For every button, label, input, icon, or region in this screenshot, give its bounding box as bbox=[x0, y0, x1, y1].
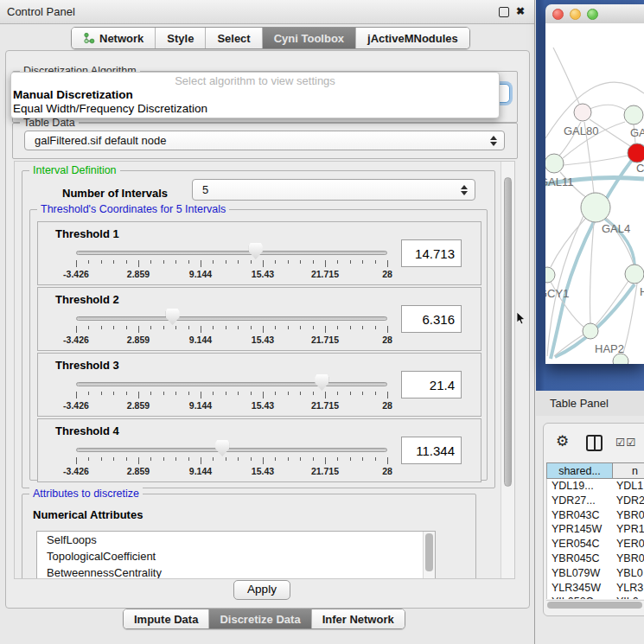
cell-name[interactable]: YBR0 bbox=[614, 552, 644, 566]
tab-cyni-toolbox[interactable]: Cyni Toolbox bbox=[263, 28, 356, 48]
select-columns-icon[interactable]: ☑☑ bbox=[615, 436, 636, 449]
cell-name[interactable]: YBR0 bbox=[614, 508, 644, 523]
threshold-value-field[interactable]: 21.4 bbox=[401, 371, 462, 399]
cell-shared-name[interactable]: YBR043C bbox=[547, 508, 614, 523]
network-node[interactable] bbox=[545, 267, 555, 283]
tick-mark bbox=[138, 457, 139, 464]
tab-discretize-data[interactable]: Discretize Data bbox=[209, 609, 311, 628]
settings-scrollbar[interactable] bbox=[501, 162, 514, 578]
cell-name[interactable]: YER0 bbox=[614, 537, 644, 552]
threshold-box: Threshold 1 -3.4262.8599.14415.4321.7152… bbox=[37, 221, 481, 285]
threshold-value-field[interactable]: 6.316 bbox=[401, 305, 462, 333]
network-node[interactable] bbox=[574, 104, 591, 121]
apply-button[interactable]: Apply bbox=[233, 580, 290, 600]
float-window-icon[interactable] bbox=[499, 7, 509, 17]
close-icon[interactable]: ✖ bbox=[516, 0, 525, 23]
cell-shared-name[interactable]: YPR145W bbox=[547, 522, 614, 537]
threshold-slider-thumb[interactable] bbox=[215, 440, 229, 456]
table-row[interactable]: YBR045CYBR0 bbox=[547, 552, 644, 566]
table-column-header-name[interactable]: n bbox=[613, 462, 644, 479]
tick-mark bbox=[188, 260, 189, 264]
tick-mark bbox=[387, 392, 388, 399]
cell-shared-name[interactable]: YDR27... bbox=[547, 494, 614, 508]
attribute-item[interactable]: SelfLoops bbox=[37, 532, 435, 548]
threshold-slider[interactable] bbox=[76, 448, 387, 452]
table-data-combobox[interactable]: galFiltered.sif default node bbox=[24, 131, 505, 150]
attributes-list-scrollbar[interactable] bbox=[423, 532, 435, 579]
cell-shared-name[interactable]: YLR345W bbox=[547, 581, 614, 596]
threshold-slider[interactable] bbox=[76, 251, 387, 255]
threshold-slider-thumb[interactable] bbox=[249, 243, 263, 259]
cell-shared-name[interactable]: YDL19... bbox=[547, 479, 614, 494]
tab-impute-data[interactable]: Impute Data bbox=[124, 609, 209, 628]
algorithm-option[interactable]: Equal Width/Frequency Discretization bbox=[11, 102, 499, 116]
threshold-slider-thumb[interactable] bbox=[166, 309, 180, 325]
threshold-box: Threshold 4 -3.4262.8599.14415.4321.7152… bbox=[37, 418, 481, 482]
threshold-slider[interactable] bbox=[76, 382, 387, 386]
cell-name[interactable]: YIL0 bbox=[614, 595, 639, 599]
table-row[interactable]: YLR345WYLR3 bbox=[547, 581, 644, 596]
close-traffic-light-icon[interactable] bbox=[552, 9, 564, 20]
table-row[interactable]: YBR043CYBR0 bbox=[547, 508, 644, 523]
cell-shared-name[interactable]: YER054C bbox=[547, 537, 614, 552]
table-column-header-shared[interactable]: shared... bbox=[546, 462, 613, 479]
cell-shared-name[interactable]: YBL079W bbox=[547, 566, 614, 581]
minimize-traffic-light-icon[interactable] bbox=[570, 9, 581, 20]
split-view-icon[interactable] bbox=[586, 435, 603, 451]
table-row[interactable]: YPR145WYPR1 bbox=[547, 522, 644, 537]
cell-name[interactable]: YPR1 bbox=[614, 522, 644, 537]
network-node[interactable] bbox=[625, 265, 644, 284]
slider-tick-labels: -3.4262.8599.14415.4321.71528 bbox=[76, 269, 387, 279]
network-canvas[interactable]: GAL80GACGAL11GAL4GCY1HHAP2 bbox=[545, 23, 644, 364]
tab-network[interactable]: Network bbox=[72, 28, 156, 48]
gear-icon[interactable]: ⚙ bbox=[556, 433, 569, 450]
network-node[interactable] bbox=[624, 105, 643, 124]
tick-mark bbox=[337, 457, 338, 461]
algorithm-option[interactable]: Manual Discretization bbox=[11, 88, 499, 102]
cell-name[interactable]: YDR2 bbox=[614, 494, 644, 508]
network-node[interactable] bbox=[581, 193, 610, 222]
network-node[interactable] bbox=[628, 143, 644, 163]
cell-shared-name[interactable]: YBR045C bbox=[547, 552, 614, 566]
table-hscrollbar-thumb[interactable] bbox=[547, 602, 642, 609]
tick-label: 28 bbox=[382, 269, 392, 279]
settings-scrollbar-thumb[interactable] bbox=[504, 177, 512, 487]
network-node[interactable] bbox=[545, 154, 564, 173]
tick-mark bbox=[76, 260, 77, 267]
tab-style[interactable]: Style bbox=[156, 28, 206, 48]
attribute-item[interactable]: TopologicalCoefficient bbox=[37, 548, 435, 564]
tab-select[interactable]: Select bbox=[206, 28, 262, 48]
threshold-value-field[interactable]: 14.713 bbox=[401, 239, 462, 267]
tick-mark bbox=[350, 326, 351, 329]
tick-mark bbox=[201, 260, 201, 267]
network-edge bbox=[596, 281, 628, 325]
cell-shared-name[interactable]: YIL052C bbox=[547, 595, 614, 599]
numerical-attributes-list[interactable]: SelfLoopsTopologicalCoefficientBetweenne… bbox=[36, 531, 436, 579]
cell-name[interactable]: YBL0 bbox=[614, 566, 643, 581]
table-row[interactable]: YER054CYER0 bbox=[547, 537, 644, 552]
number-of-intervals-combobox[interactable]: 5 bbox=[192, 179, 475, 201]
table-row[interactable]: YIL052CYIL0 bbox=[547, 595, 644, 599]
cell-name[interactable]: YLR3 bbox=[614, 581, 643, 596]
tab-infer-network[interactable]: Infer Network bbox=[312, 609, 405, 628]
threshold-slider-thumb[interactable] bbox=[315, 374, 328, 391]
network-node[interactable] bbox=[583, 323, 598, 339]
cell-name[interactable]: YDL1 bbox=[614, 479, 643, 494]
attribute-item[interactable]: BetweennessCentrality bbox=[37, 564, 435, 579]
tick-mark bbox=[251, 392, 252, 395]
tick-label: 15.43 bbox=[252, 400, 274, 411]
table-row[interactable]: YBL079WYBL0 bbox=[547, 566, 644, 581]
table-row[interactable]: YDL19...YDL1 bbox=[547, 479, 644, 494]
network-window-titlebar[interactable] bbox=[545, 4, 644, 24]
threshold-value-field[interactable]: 11.344 bbox=[401, 437, 462, 464]
tick-label: 9.144 bbox=[189, 335, 212, 345]
attributes-scrollbar-thumb[interactable] bbox=[425, 533, 433, 571]
table-horizontal-scrollbar[interactable] bbox=[546, 600, 644, 609]
control-panel-title: Control Panel bbox=[7, 0, 75, 23]
threshold-slider[interactable] bbox=[76, 316, 387, 321]
tick-mark bbox=[113, 457, 114, 461]
tab-jactivemnodules[interactable]: jActiveMNodules bbox=[356, 28, 469, 48]
algorithm-dropdown-popup: Select algorithm to view settings Manual… bbox=[10, 72, 500, 118]
zoom-traffic-light-icon[interactable] bbox=[587, 9, 598, 20]
table-row[interactable]: YDR27...YDR2 bbox=[547, 494, 644, 508]
